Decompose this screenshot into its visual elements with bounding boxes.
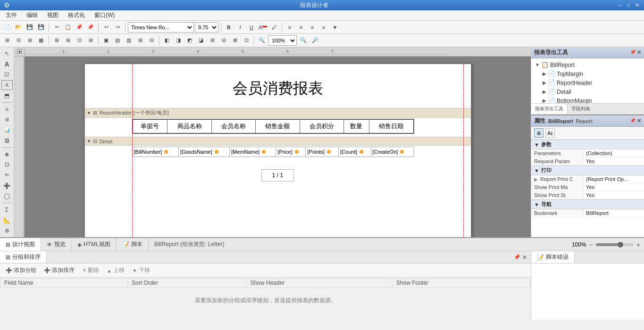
tool-10[interactable]: ⊡: [1, 160, 13, 169]
bottom-tab-script[interactable]: 📝 脚本: [117, 238, 149, 251]
panel-tab-group[interactable]: ⊞ 分组和排序: [0, 251, 47, 263]
props-grid-btn[interactable]: ⊞: [534, 128, 544, 138]
menu-file[interactable]: 文件: [2, 10, 21, 20]
tb2-btn2[interactable]: ⊟: [13, 35, 24, 46]
prop-value-parameters[interactable]: (Collection): [583, 149, 644, 157]
tool-15[interactable]: 📐: [1, 215, 13, 225]
tb2-btn18[interactable]: ⊞: [207, 35, 217, 46]
add-group-btn[interactable]: ➕ 添加分组: [4, 265, 38, 275]
italic-button[interactable]: I: [235, 22, 245, 33]
script-errors-tab[interactable]: 📝 脚本错误: [531, 251, 575, 263]
prop-value-requestparam[interactable]: Yes: [583, 157, 644, 165]
bottom-tab-design[interactable]: ⊞ 设计视图: [0, 238, 41, 251]
zoom-slider[interactable]: [596, 243, 634, 246]
save-all-button[interactable]: 💾: [36, 22, 46, 33]
new-button[interactable]: 📄: [2, 22, 12, 33]
canvas-area[interactable]: ◂ 1 2 3 4 5 6 7: [14, 47, 531, 237]
prop-value-showprintma[interactable]: Yes: [583, 183, 644, 191]
tb2-btn15[interactable]: ◨: [173, 35, 184, 46]
copy-button[interactable]: 📋: [63, 22, 73, 33]
tool-8[interactable]: 🖼: [1, 136, 13, 145]
tree-item-reportheader[interactable]: ▶ 📄 ReportHeader: [533, 78, 642, 87]
close-button[interactable]: ✕: [634, 2, 640, 8]
text-tool[interactable]: A: [1, 59, 13, 69]
tb2-btn12[interactable]: ⊞: [135, 35, 145, 46]
export-close-btn[interactable]: ✕: [637, 50, 641, 56]
align-right-button[interactable]: ≡: [307, 22, 318, 33]
tb2-btn20[interactable]: ⊠: [230, 35, 240, 46]
underline-button[interactable]: U: [246, 22, 257, 33]
move-up-btn[interactable]: ▲ 上移: [105, 265, 126, 275]
tool-14[interactable]: Σ: [1, 205, 13, 214]
redo-button[interactable]: ↪: [112, 22, 123, 33]
add-sort-btn[interactable]: ➕ 添加排序: [42, 265, 76, 275]
zoom-out-btn[interactable]: 🔎: [310, 35, 320, 46]
check-tool[interactable]: ☑: [1, 70, 13, 79]
tree-item-detail[interactable]: ▶ 📄 Detail: [533, 87, 642, 96]
tb2-btn14[interactable]: ◧: [162, 35, 172, 46]
zoom-in-btn[interactable]: 🔍: [298, 35, 309, 46]
font-family-select[interactable]: Times New Ro...: [128, 22, 194, 33]
maximize-button[interactable]: □: [625, 2, 632, 8]
tool-7[interactable]: 📊: [1, 125, 13, 135]
highlight-button[interactable]: 🖊: [269, 22, 279, 33]
tb2-btn8[interactable]: ⊞: [85, 35, 96, 46]
minimize-button[interactable]: ─: [617, 2, 623, 8]
tool-5[interactable]: ≡: [1, 105, 13, 114]
tool-12[interactable]: ➕: [1, 181, 13, 190]
open-button[interactable]: 📂: [13, 22, 24, 33]
tab-export-tools[interactable]: 报表导出工具: [531, 104, 568, 114]
tool-16[interactable]: ⊕: [1, 226, 13, 235]
tb2-btn13[interactable]: ⊟: [146, 35, 157, 46]
tree-item-topmargin[interactable]: ▶ 📄 TopMargin: [533, 69, 642, 78]
tb2-btn3[interactable]: ⊞: [25, 35, 35, 46]
panel-pin-btn[interactable]: 📌: [514, 254, 520, 260]
font-color-button[interactable]: A: [258, 22, 268, 33]
header-collapse-arrow[interactable]: ▼: [87, 110, 92, 116]
props-pin-btn[interactable]: 📌: [630, 118, 636, 124]
prop-value-bookmark[interactable]: BillReport: [583, 209, 644, 217]
tool-11[interactable]: ✏: [1, 170, 13, 180]
menu-edit[interactable]: 编辑: [23, 10, 42, 20]
tree-item-billreport[interactable]: ▼ 📋 BillReport: [533, 60, 642, 69]
move-down-btn[interactable]: ▼ 下移: [130, 265, 152, 275]
letter-tool[interactable]: A: [1, 80, 13, 90]
tb2-btn10[interactable]: ▤: [112, 35, 123, 46]
tb2-btn4[interactable]: ▦: [36, 35, 46, 46]
undo-button[interactable]: ↩: [101, 22, 111, 33]
props-az-btn[interactable]: Az: [545, 128, 555, 138]
tb2-btn9[interactable]: ▣: [101, 35, 111, 46]
tb2-btn7[interactable]: ⊡: [74, 35, 84, 46]
bottom-tab-preview[interactable]: 👁 预览: [41, 238, 72, 251]
prop-value-showprintst[interactable]: Yes: [583, 191, 644, 199]
tb2-btn1[interactable]: ⊞: [2, 35, 12, 46]
tab-field-list[interactable]: 字段列表: [568, 104, 594, 114]
tb2-btn16[interactable]: ◩: [184, 35, 195, 46]
justify-button[interactable]: ≡: [318, 22, 329, 33]
pointer-tool[interactable]: ↖: [1, 49, 13, 58]
shape-tool[interactable]: ⬒: [1, 91, 13, 100]
more-align-button[interactable]: ▼: [330, 22, 340, 33]
tree-item-bottommargin[interactable]: ▶ 📄 BottomMargin: [533, 96, 642, 103]
paste-button[interactable]: 📌: [74, 22, 84, 33]
tb2-btn5[interactable]: ⊞: [51, 35, 62, 46]
tb2-btn21[interactable]: ⊡: [241, 35, 251, 46]
align-center-button[interactable]: ≡: [296, 22, 306, 33]
zoom-plus-btn[interactable]: +: [636, 241, 640, 248]
panel-close-btn[interactable]: ✕: [522, 254, 527, 261]
save-button[interactable]: 💾: [25, 22, 35, 33]
tool-9[interactable]: ◈: [1, 149, 13, 159]
zoom-select[interactable]: 100%: [268, 35, 297, 46]
menu-view[interactable]: 视图: [43, 10, 62, 20]
tb2-btn6[interactable]: ⊞: [63, 35, 73, 46]
bottom-tab-html[interactable]: ◈ HTML视图: [72, 238, 117, 251]
tb2-btn11[interactable]: ▥: [124, 35, 134, 46]
delete-btn[interactable]: ✕ 删除: [80, 265, 101, 275]
tool-13[interactable]: ◯: [1, 191, 13, 201]
font-size-select[interactable]: 9.75: [195, 22, 218, 33]
zoom-minus-btn[interactable]: −: [589, 241, 593, 248]
menu-format[interactable]: 格式化: [64, 10, 89, 20]
cut-button[interactable]: ✂: [51, 22, 62, 33]
detail-collapse-arrow[interactable]: ▼: [87, 139, 92, 144]
tool-6[interactable]: ⊞: [1, 115, 13, 124]
